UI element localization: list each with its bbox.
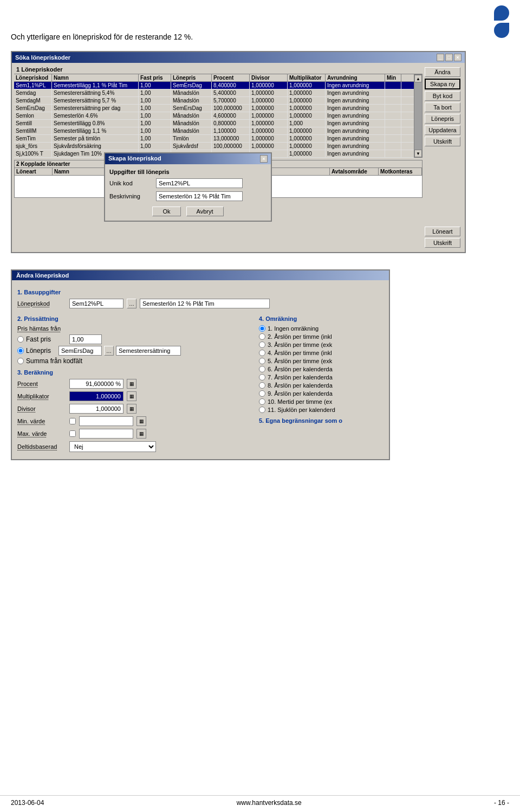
table-row[interactable]: sjuk_förs Sjukvårdsförsäkring 1,00 Sjukv…: [14, 143, 414, 150]
table-row[interactable]: SemdagM Semesterersättning 5,7 % 1,00 Må…: [14, 97, 414, 105]
table-row[interactable]: Semtill Semestertillägg 0.8% 1,00 Månads…: [14, 120, 414, 127]
cell-proc: 4,600000: [212, 112, 250, 119]
uppdatera-button[interactable]: Uppdatera: [425, 125, 460, 135]
min-varde-input[interactable]: [79, 416, 133, 426]
omrakning-option-6: 6. Årslön per kalenderda: [259, 366, 384, 372]
cell-namn: Semestertillägg 1,1 % Plåt Tim: [52, 82, 139, 89]
omrakning-radio-10[interactable]: [259, 398, 265, 405]
cell-avr: Ingen avrundning: [326, 143, 385, 150]
lonepris-label: Lönepris: [26, 347, 51, 355]
omrakning-option-2: 2. Årslön per timme (inkl: [259, 333, 384, 340]
cell-proc: 5,400000: [212, 89, 250, 96]
beskrivning-input[interactable]: [140, 299, 270, 308]
cell-namn: Semesterersättning 5,7 %: [52, 97, 139, 104]
maximize-button[interactable]: □: [445, 54, 453, 61]
utskrift2-button[interactable]: Utskrift: [425, 238, 460, 248]
lonepriskod-input[interactable]: [69, 299, 123, 308]
max-varde-checkbox[interactable]: [69, 430, 76, 437]
table-row[interactable]: SemtillM Semestertillägg 1,1 % 1,00 Måna…: [14, 127, 414, 135]
table-scrollbar[interactable]: ▲ ▼: [414, 74, 422, 158]
cell-proc: 8,400000: [212, 82, 250, 89]
table-row[interactable]: SemErsDag Semesterersättning per dag 1,0…: [14, 105, 414, 112]
skapa-ny-button[interactable]: Skapa ny: [425, 79, 460, 89]
table-row[interactable]: Sem1,1%PL Semestertillägg 1,1 % Plåt Tim…: [14, 82, 414, 89]
search-window: Söka lönepriskoder _ □ × 1 Lönepriskoder…: [11, 51, 466, 253]
th-kod: Lönepriskod: [14, 74, 52, 81]
avbryt-button[interactable]: Avbryt: [186, 207, 224, 216]
scroll-thumb[interactable]: [414, 82, 422, 150]
summa-radio[interactable]: [17, 358, 24, 364]
cell-min: [385, 82, 401, 89]
andra-button[interactable]: Ändra: [425, 67, 460, 77]
scroll-down-arrow[interactable]: ▼: [414, 150, 422, 157]
fast-pris-radio[interactable]: [17, 336, 24, 343]
omrakning-radio-2[interactable]: [259, 333, 265, 340]
lonepris-kod-input[interactable]: [58, 346, 102, 356]
table-row[interactable]: Semdag Semesterersättning 5,4% 1,00 Måna…: [14, 89, 414, 97]
ta-bort-button[interactable]: Ta bort: [425, 102, 460, 112]
lonepris-button[interactable]: Lönepris: [425, 114, 460, 124]
divisor-row: Divisor ▦: [17, 404, 248, 414]
cell-lon: Sjukvårdsf: [171, 143, 212, 150]
omrakning-radio-4[interactable]: [259, 350, 265, 356]
cell-namn: Semestertillägg 0.8%: [52, 120, 139, 127]
max-varde-input[interactable]: [79, 429, 133, 439]
multiplikator-input[interactable]: [69, 391, 123, 401]
lonepris-beskr-input[interactable]: [116, 346, 181, 356]
loneart-button[interactable]: Löneart: [425, 227, 460, 236]
omrakning-options: 1. Ingen omräkning 2. Årslön per timme (…: [259, 325, 384, 413]
table-row[interactable]: Semlon Semesterlön 4.6% 1,00 Månadslön 4…: [14, 112, 414, 120]
pris-hamtas-label: Pris hämtas från: [17, 325, 66, 332]
th-mult: Multiplikator: [288, 74, 326, 81]
omrakning-radio-3[interactable]: [259, 341, 265, 348]
byt-kod-button[interactable]: Byt kod: [425, 91, 460, 101]
deltidsbaserad-select[interactable]: Nej Ja: [69, 441, 156, 452]
omrakning-radio-5[interactable]: [259, 358, 265, 364]
footer-date: 2013-06-04: [11, 799, 44, 807]
cell-fast: 1,00: [139, 120, 171, 127]
min-varde-calc-button[interactable]: ▦: [136, 416, 146, 426]
lonepris-search-button[interactable]: …: [104, 346, 114, 356]
table-row[interactable]: SemTim Semester på timlön 1,00 Timlön 13…: [14, 135, 414, 143]
minimize-button[interactable]: _: [437, 54, 444, 61]
page-footer: 2013-06-04 www.hantverksdata.se - 16 -: [0, 795, 520, 807]
omrakning-radio-6[interactable]: [259, 366, 265, 372]
divisor-calc-button[interactable]: ▦: [127, 404, 136, 414]
lonepriskod-search-button[interactable]: …: [127, 299, 136, 308]
dialog-close-button[interactable]: ×: [260, 155, 268, 163]
cell-fast: 1,00: [139, 112, 171, 119]
ok-button[interactable]: Ok: [152, 207, 180, 216]
cell-namn: Semesterlön 4.6%: [52, 112, 139, 119]
omrakning-radio-11[interactable]: [259, 407, 265, 413]
th-loneart: Löneart: [15, 168, 53, 175]
procent-calc-button[interactable]: ▦: [127, 379, 136, 389]
utskrift-button[interactable]: Utskrift: [425, 137, 460, 146]
beskrivning-input[interactable]: [156, 191, 243, 201]
dialog-title: Skapa lönepriskod: [108, 155, 161, 163]
scroll-up-arrow[interactable]: ▲: [414, 75, 422, 82]
search-window-title: Söka lönepriskoder: [15, 54, 70, 61]
fast-pris-input[interactable]: [69, 334, 102, 344]
omrakning-radio-7[interactable]: [259, 374, 265, 381]
cell-div: 1,000000: [250, 127, 288, 134]
max-varde-calc-button[interactable]: ▦: [136, 429, 146, 439]
close-button[interactable]: ×: [454, 54, 461, 61]
divisor-input[interactable]: [69, 404, 123, 414]
omrakning-radio-8[interactable]: [259, 382, 265, 389]
th-proc: Procent: [212, 74, 250, 81]
omrakning-radio-9[interactable]: [259, 390, 265, 397]
min-varde-label: Min. värde: [17, 418, 66, 424]
cell-kod: Semtill: [14, 120, 52, 127]
multiplikator-calc-button[interactable]: ▦: [127, 391, 136, 401]
cell-min: [385, 143, 401, 150]
cell-kod: Semlon: [14, 112, 52, 119]
procent-input[interactable]: [69, 379, 123, 389]
lonepris-radio[interactable]: [17, 347, 24, 354]
omrakning-heading: 4. Omräkning: [259, 315, 384, 322]
cell-kod: SemdagM: [14, 97, 52, 104]
berakning-heading: 3. Beräkning: [17, 369, 248, 376]
min-varde-checkbox[interactable]: [69, 418, 76, 424]
th-avtalsomrade: Avtalsområde: [330, 168, 379, 175]
unik-kod-input[interactable]: [156, 178, 243, 188]
omrakning-radio-1[interactable]: [259, 325, 265, 332]
